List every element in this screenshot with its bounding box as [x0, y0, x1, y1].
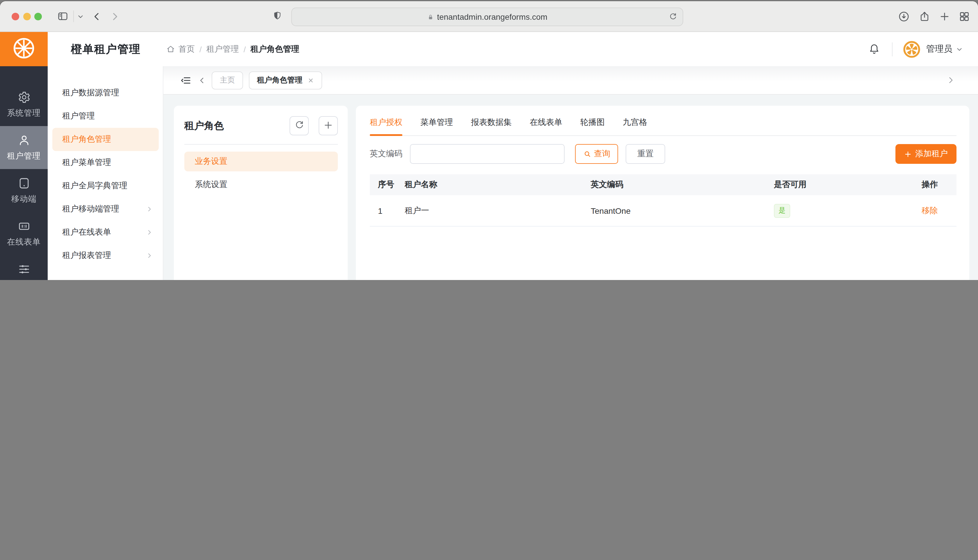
search-icon [583, 150, 591, 158]
sidebar-item-mobile[interactable]: 移动端 [0, 169, 48, 212]
add-role-button[interactable] [319, 116, 338, 135]
refresh-button[interactable] [289, 116, 309, 135]
query-button-label: 查询 [594, 149, 610, 159]
role-item-system[interactable]: 系统设置 [184, 175, 338, 195]
tabs-scroll-left-icon[interactable] [198, 77, 206, 84]
new-tab-icon[interactable] [939, 11, 950, 22]
address-bar[interactable]: tenantadmin.orangeforms.com [291, 8, 683, 26]
submenu: 租户数据源管理 租户管理 租户角色管理 租户菜单管理 租户全局字典管理 租户移动… [48, 66, 164, 280]
tab-report-dataset[interactable]: 报表数据集 [471, 113, 512, 135]
column-header-actions: 操作 [908, 180, 956, 190]
sidebar-item-label: 移动端 [11, 194, 37, 205]
close-tab-icon[interactable] [308, 77, 314, 83]
submenu-item-tenant-report[interactable]: 租户报表管理 [52, 244, 159, 267]
back-icon[interactable] [92, 11, 102, 21]
add-tenant-button[interactable]: 添加租户 [895, 144, 956, 164]
refresh-icon [294, 120, 304, 131]
cell-seq: 1 [370, 206, 405, 215]
tab-overview-icon[interactable] [959, 11, 970, 22]
header-divider [892, 42, 893, 56]
submenu-item-label: 租户管理 [62, 111, 95, 122]
content-area: 主页 租户角色管理 [164, 66, 978, 280]
forward-icon[interactable] [110, 11, 120, 21]
panels: 租户角色 [164, 95, 978, 280]
role-panel-header: 租户角色 [184, 116, 338, 145]
breadcrumb-separator: / [199, 45, 202, 54]
role-item-business[interactable]: 业务设置 [184, 152, 338, 172]
traffic-lights [12, 12, 42, 20]
remove-link[interactable]: 移除 [921, 205, 938, 215]
page-tab-tenant-role[interactable]: 租户角色管理 [249, 71, 322, 89]
sidebar-toggle-icon[interactable] [57, 10, 69, 22]
submenu-item-tenant-mobile[interactable]: 租户移动端管理 [52, 198, 159, 221]
table-header-row: 序号 租户名称 英文编码 是否可用 操作 [370, 174, 956, 195]
minimize-window-button[interactable] [23, 12, 30, 20]
page-tab-home[interactable]: 主页 [212, 71, 243, 89]
tab-online-form[interactable]: 在线表单 [530, 113, 562, 135]
url-text: tenantadmin.orangeforms.com [437, 12, 547, 22]
home-icon [166, 45, 175, 53]
column-header-code: 英文编码 [591, 180, 774, 190]
sidebar-item-system[interactable]: 系统管理 [0, 83, 48, 126]
privacy-shield-icon[interactable] [273, 9, 282, 24]
avatar[interactable] [903, 40, 920, 58]
user-name[interactable]: 管理员 [926, 43, 953, 55]
filter-label: 英文编码 [370, 149, 402, 159]
sidebar-item-tenant[interactable]: 租户管理 [0, 126, 48, 169]
query-button[interactable]: 查询 [575, 144, 618, 164]
submenu-item-tenant-menu[interactable]: 租户菜单管理 [52, 151, 159, 174]
chevron-down-icon[interactable] [77, 13, 84, 20]
browser-toolbar: tenantadmin.orangeforms.com [0, 1, 978, 32]
sidebar-item-online-form[interactable]: 在线表单 [0, 212, 48, 255]
tab-carousel[interactable]: 轮播图 [580, 113, 605, 135]
sidebar-item-workflow[interactable]: 流程管理 [0, 255, 48, 280]
screen: tenantadmin.orangeforms.com [0, 0, 978, 280]
column-header-enabled: 是否可用 [774, 180, 908, 190]
reload-icon[interactable] [669, 11, 677, 22]
menu-fold-icon[interactable] [180, 75, 191, 86]
share-icon[interactable] [919, 10, 930, 22]
tablet-icon [17, 177, 30, 190]
plus-icon [904, 150, 912, 158]
tab-grid-nine[interactable]: 九宫格 [623, 113, 647, 135]
column-header-seq: 序号 [370, 180, 405, 190]
bell-icon[interactable] [868, 43, 880, 55]
breadcrumb-current: 租户角色管理 [251, 44, 299, 54]
submenu-item-tenant-form[interactable]: 租户在线表单 [52, 221, 159, 244]
lock-icon [427, 13, 433, 21]
page-tab-label: 租户角色管理 [257, 75, 303, 85]
role-panel-title: 租户角色 [184, 119, 224, 132]
submenu-item-label: 租户角色管理 [62, 134, 111, 145]
sidebar-item-label: 系统管理 [7, 108, 41, 118]
cell-tenant-name: 租户一 [405, 205, 591, 216]
english-code-input[interactable] [410, 144, 565, 164]
page-tab-bar: 主页 租户角色管理 [164, 66, 978, 95]
sliders-icon [17, 263, 30, 276]
gear-icon [17, 91, 30, 104]
download-icon[interactable] [898, 10, 910, 22]
detail-tabs: 租户授权 菜单管理 报表数据集 在线表单 轮播图 九宫格 [370, 113, 956, 136]
zoom-window-button[interactable] [34, 12, 42, 20]
submenu-item-dict[interactable]: 租户全局字典管理 [52, 174, 159, 198]
close-window-button[interactable] [12, 12, 19, 20]
tabs-scroll-right-icon[interactable] [946, 76, 955, 84]
breadcrumb: 首页 / 租户管理 / 租户角色管理 [166, 44, 299, 54]
browser-window: tenantadmin.orangeforms.com [0, 1, 978, 280]
toolbar-divider [73, 10, 74, 22]
submenu-item-tenant[interactable]: 租户管理 [52, 105, 159, 128]
reset-button[interactable]: 重置 [626, 144, 665, 164]
tab-tenant-auth[interactable]: 租户授权 [370, 113, 402, 135]
breadcrumb-home[interactable]: 首页 [179, 44, 195, 54]
breadcrumb-item[interactable]: 租户管理 [206, 44, 239, 54]
submenu-item-datasource[interactable]: 租户数据源管理 [52, 81, 159, 105]
column-header-name: 租户名称 [405, 180, 591, 190]
app-logo[interactable] [0, 32, 48, 66]
submenu-item-tenant-role[interactable]: 租户角色管理 [52, 128, 159, 151]
icon-sidebar: 系统管理 租户管理 移动端 [0, 66, 48, 280]
chevron-right-icon [146, 206, 153, 213]
tab-menu-manage[interactable]: 菜单管理 [420, 113, 453, 135]
chevron-down-icon[interactable] [956, 46, 963, 53]
submenu-item-label: 租户在线表单 [62, 227, 111, 238]
sidebar-item-label: 租户管理 [7, 151, 41, 162]
orange-logo-icon [12, 36, 36, 62]
